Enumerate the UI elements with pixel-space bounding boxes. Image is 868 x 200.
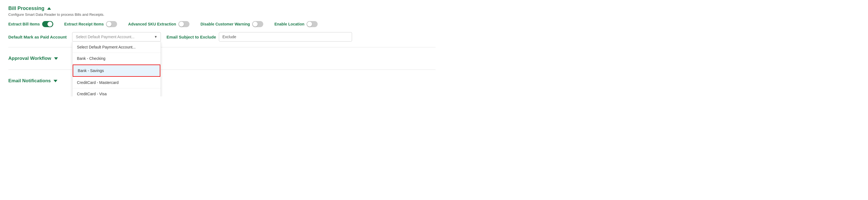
extract-receipt-items-toggle[interactable]: Extract Receipt Items — [64, 21, 117, 27]
approval-workflow-chevron-icon[interactable] — [54, 57, 58, 60]
default-payment-label: Default Mark as Paid Account — [8, 35, 67, 39]
advanced-sku-label: Advanced SKU Extraction — [128, 22, 176, 26]
enable-location-toggle[interactable]: Enable Location — [274, 21, 318, 27]
toggles-row: Extract Bill Items Extract Receipt Items… — [8, 21, 436, 27]
section-title: Bill Processing — [8, 5, 44, 11]
default-payment-select[interactable]: Select Default Payment Account... ▼ — [72, 32, 161, 41]
extract-receipt-items-slider[interactable] — [106, 21, 117, 27]
extract-receipt-items-switch[interactable] — [106, 21, 117, 27]
chevron-down-icon: ▼ — [154, 35, 157, 39]
enable-location-slider[interactable] — [307, 21, 318, 27]
default-payment-select-wrapper: Select Default Payment Account... ▼ Sele… — [72, 32, 161, 41]
enable-location-switch[interactable] — [307, 21, 318, 27]
extract-bill-items-label: Extract Bill Items — [8, 22, 40, 26]
disable-customer-warning-switch[interactable] — [252, 21, 263, 27]
section-subtitle: Configure Smart Data Reader to process B… — [8, 12, 436, 16]
dropdown-item-placeholder[interactable]: Select Default Payment Account... — [72, 41, 161, 53]
approval-workflow-title: Approval Workflow — [8, 56, 51, 61]
dropdown-item-creditcard-mastercard[interactable]: CreditCard - Mastercard — [72, 77, 161, 88]
select-placeholder: Select Default Payment Account... — [76, 35, 134, 39]
payment-dropdown-menu: Select Default Payment Account... Bank -… — [72, 41, 161, 96]
email-notifications-chevron-icon[interactable] — [54, 80, 57, 82]
email-subject-input[interactable] — [219, 32, 352, 41]
extract-bill-items-slider[interactable] — [42, 21, 53, 27]
extract-bill-items-switch[interactable] — [42, 21, 53, 27]
advanced-sku-toggle[interactable]: Advanced SKU Extraction — [128, 21, 189, 27]
advanced-sku-slider[interactable] — [178, 21, 189, 27]
email-subject-label: Email Subject to Exclude — [166, 35, 216, 39]
extract-receipt-items-label: Extract Receipt Items — [64, 22, 104, 26]
fields-row: Default Mark as Paid Account Select Defa… — [8, 32, 436, 41]
disable-customer-warning-slider[interactable] — [252, 21, 263, 27]
dropdown-item-bank-savings[interactable]: Bank - Savings — [73, 65, 160, 77]
email-notifications-title: Email Notifications — [8, 78, 51, 84]
advanced-sku-switch[interactable] — [178, 21, 189, 27]
extract-bill-items-toggle[interactable]: Extract Bill Items — [8, 21, 53, 27]
dropdown-item-creditcard-visa[interactable]: CreditCard - Visa — [72, 88, 161, 96]
dropdown-item-bank-checking[interactable]: Bank - Checking — [72, 53, 161, 64]
enable-location-label: Enable Location — [274, 22, 304, 26]
disable-customer-warning-label: Disable Customer Warning — [200, 22, 250, 26]
disable-customer-warning-toggle[interactable]: Disable Customer Warning — [200, 21, 263, 27]
email-subject-field: Email Subject to Exclude — [166, 32, 436, 41]
collapse-icon[interactable] — [47, 7, 51, 10]
